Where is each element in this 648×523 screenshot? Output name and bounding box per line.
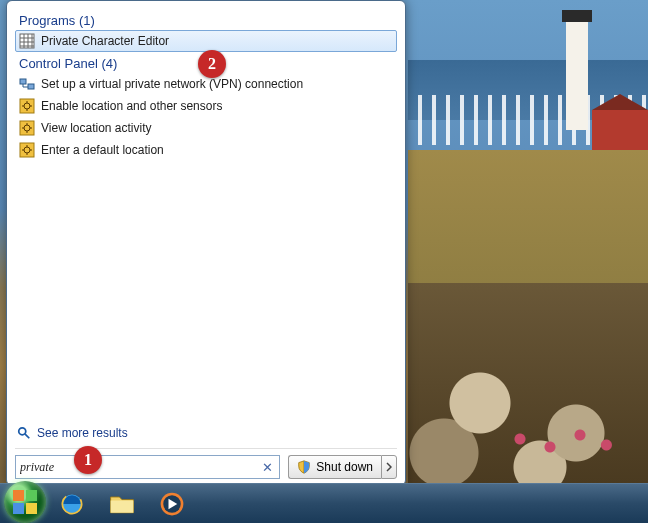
annotation-marker-2: 2 [198, 50, 226, 78]
result-label: Enter a default location [41, 143, 164, 157]
search-box: ✕ [15, 455, 280, 479]
taskbar [0, 483, 648, 523]
see-more-label: See more results [37, 426, 128, 440]
start-button[interactable] [4, 481, 46, 523]
location-icon [19, 142, 35, 158]
shutdown-split-button: Shut down [288, 455, 397, 479]
search-icon [17, 426, 31, 440]
result-enter-default-location[interactable]: Enter a default location [15, 139, 397, 161]
section-header-programs: Programs (1) [15, 9, 397, 30]
clear-search-icon[interactable]: ✕ [260, 460, 275, 475]
taskbar-ie-button[interactable] [48, 487, 96, 521]
svg-point-9 [19, 428, 26, 435]
svg-rect-1 [20, 79, 26, 84]
background-lighthouse [566, 20, 588, 130]
shutdown-options-button[interactable] [381, 455, 397, 479]
background-flowers [508, 423, 628, 463]
shield-icon [297, 460, 311, 474]
location-icon [19, 98, 35, 114]
result-private-character-editor[interactable]: Private Character Editor [15, 30, 397, 52]
shutdown-button[interactable]: Shut down [288, 455, 381, 479]
location-icon [19, 120, 35, 136]
taskbar-media-player-button[interactable] [148, 487, 196, 521]
svg-rect-2 [28, 84, 34, 89]
result-label: Private Character Editor [41, 34, 169, 48]
result-view-location-activity[interactable]: View location activity [15, 117, 397, 139]
taskbar-explorer-button[interactable] [98, 487, 146, 521]
result-enable-location-sensors[interactable]: Enable location and other sensors [15, 95, 397, 117]
result-label: Enable location and other sensors [41, 99, 222, 113]
editor-grid-icon [19, 33, 35, 49]
shutdown-label: Shut down [316, 460, 373, 474]
network-icon [19, 76, 35, 92]
start-menu-bottom-row: ✕ Shut down [15, 448, 397, 479]
result-label: Set up a virtual private network (VPN) c… [41, 77, 303, 91]
see-more-results-link[interactable]: See more results [15, 422, 397, 448]
result-label: View location activity [41, 121, 152, 135]
spacer [15, 161, 397, 422]
background-house [592, 110, 648, 150]
annotation-marker-1: 1 [74, 446, 102, 474]
search-input[interactable] [20, 460, 260, 475]
